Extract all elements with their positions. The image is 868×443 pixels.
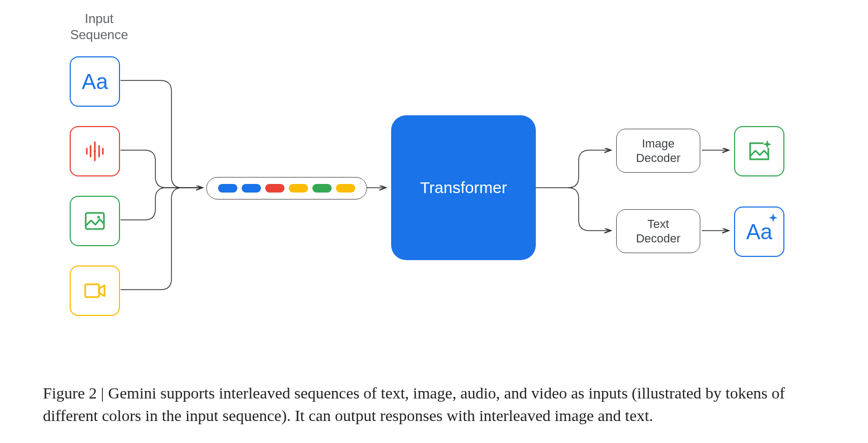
output-image-box xyxy=(734,126,784,176)
transformer-label: Transformer xyxy=(420,179,507,197)
output-text-box: Aa xyxy=(734,206,784,257)
video-icon xyxy=(82,278,108,304)
token xyxy=(312,184,332,193)
svg-point-7 xyxy=(98,216,100,219)
token-sequence xyxy=(206,177,367,200)
input-image-box xyxy=(70,196,120,246)
token xyxy=(289,184,308,193)
input-sequence-label: Input Sequence xyxy=(59,11,139,43)
figure-canvas: Input Sequence Aa xyxy=(0,0,868,443)
transformer-block: Transformer xyxy=(391,115,536,260)
input-text-box: Aa xyxy=(70,56,120,107)
token xyxy=(336,184,355,193)
input-video-box xyxy=(70,265,120,316)
image-decoder-label: Image Decoder xyxy=(636,136,680,166)
caption-prefix: Figure 2 | xyxy=(43,384,108,402)
sparkle-icon xyxy=(768,213,778,223)
figure-caption: Figure 2 | Gemini supports interleaved s… xyxy=(43,382,836,427)
text-icon: Aa xyxy=(82,71,108,92)
text-decoder-box: Text Decoder xyxy=(616,209,700,253)
svg-rect-8 xyxy=(85,284,99,297)
audio-icon xyxy=(81,138,108,165)
token xyxy=(242,184,261,193)
generated-text-icon: Aa xyxy=(746,221,773,242)
generated-image-icon xyxy=(745,137,774,166)
svg-point-5 xyxy=(94,150,96,152)
input-audio-box xyxy=(70,126,120,176)
image-decoder-box: Image Decoder xyxy=(616,129,700,173)
caption-body: Gemini supports interleaved sequences of… xyxy=(43,384,785,424)
token xyxy=(218,184,237,193)
text-decoder-label: Text Decoder xyxy=(636,217,680,246)
token xyxy=(265,184,285,193)
image-icon xyxy=(83,209,107,233)
